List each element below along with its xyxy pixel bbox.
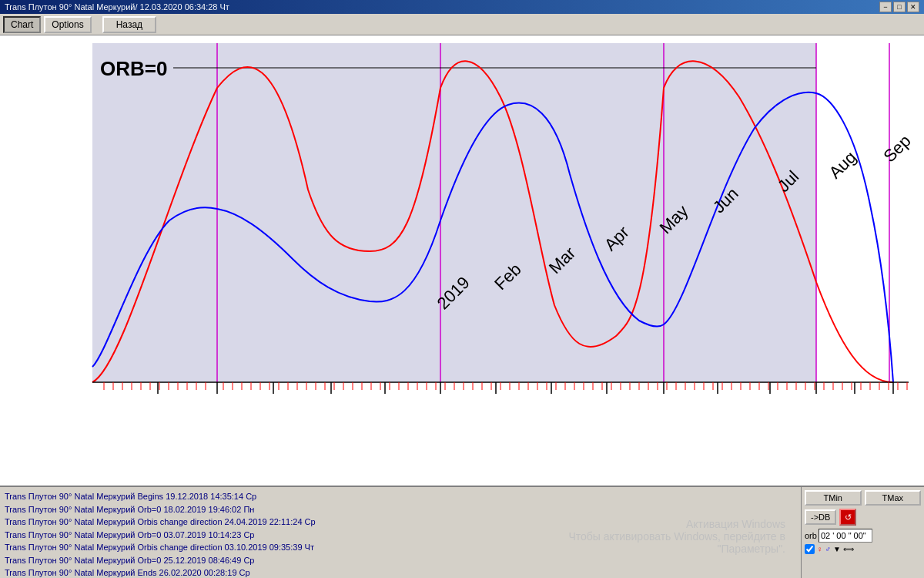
checkbox-row: ♀ ♂ ▼ ⟺ [805,544,921,554]
chart-area: ORB=0 [0,35,924,486]
svg-text:ORB=0: ORB=0 [100,57,167,80]
tmax-button[interactable]: TMax [865,490,922,506]
options-menu-button[interactable]: Options [44,16,91,33]
title-bar-buttons: − □ ✕ [879,2,919,12]
watermark: Активация Windows Чтобы активировать Win… [568,518,785,555]
tmin-tmax-row: TMin TMax [805,490,921,506]
event-item-7[interactable]: Trans Плутон 90° Natal Меркурий Ends 26.… [5,566,796,578]
event-item-6[interactable]: Trans Плутон 90° Natal Меркурий Orb=0 25… [5,554,796,567]
red-action-button[interactable]: ↺ [839,509,856,526]
chart-svg: ORB=0 [0,35,924,486]
event-item-2[interactable]: Trans Плутон 90° Natal Меркурий Orb=0 18… [5,503,796,516]
close-button[interactable]: ✕ [907,2,919,12]
orb-label: orb [805,531,817,540]
menu-bar: Chart Options Назад [0,14,924,35]
chart-menu-button[interactable]: Chart [3,16,41,33]
db-button[interactable]: ->DB [805,509,836,525]
orb-row: orb [805,529,921,543]
symbol-exchange: ⟺ [843,545,854,553]
symbol-mars: ♂ [825,545,832,553]
bottom-panel: Trans Плутон 90° Natal Меркурий Begins 1… [0,486,924,578]
tmin-button[interactable]: TMin [805,490,862,506]
back-button[interactable]: Назад [102,16,156,33]
checkbox-1[interactable] [805,544,815,554]
minimize-button[interactable]: − [879,2,892,12]
event-item-1[interactable]: Trans Плутон 90° Natal Меркурий Begins 1… [5,490,796,503]
title-bar: Trans Плутон 90° Natal Меркурий/ 12.03.2… [0,0,924,14]
right-controls: TMin TMax ->DB ↺ orb ♀ ♂ ▼ ⟺ [801,487,924,578]
svg-rect-1 [92,43,816,382]
restore-button[interactable]: □ [893,2,906,12]
orb-input[interactable] [819,529,872,543]
db-row: ->DB ↺ [805,509,921,526]
symbol-venus: ♀ [817,545,823,553]
symbol-arrow-down: ▼ [833,545,841,553]
chart-container: ORB=0 [0,35,924,486]
window-title: Trans Плутон 90° Natal Меркурий/ 12.03.2… [5,2,229,12]
